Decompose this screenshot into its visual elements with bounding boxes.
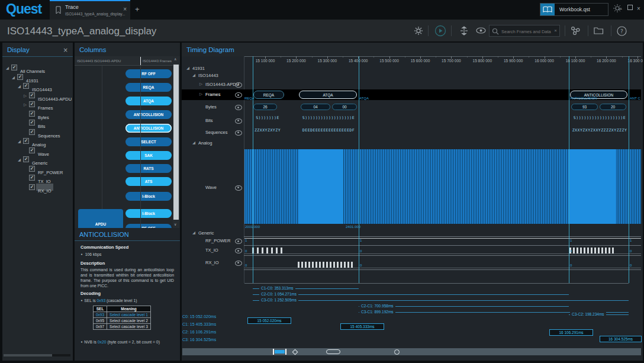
collapsed-arrow-icon[interactable]: ▷ — [199, 92, 202, 97]
column-pill-select[interactable]: SELECT — [125, 137, 172, 146]
channel-iso14443[interactable]: ◢ISO14443 — [182, 72, 244, 79]
column-pill-rf-off[interactable]: RF OFF — [125, 224, 172, 228]
cursor-value-box-c0[interactable]: 15 052.020ms — [247, 317, 291, 324]
minimize-button[interactable]: – — [619, 5, 622, 12]
sidebar-item-frames[interactable]: ▷✓Frames — [2, 101, 73, 109]
collapsed-arrow-icon[interactable]: ▷ — [24, 102, 27, 107]
cursor-value-box-c3[interactable]: 16 304.525ms — [600, 336, 642, 342]
byte-pill[interactable]: 20 — [600, 104, 626, 110]
channel-rx_io[interactable]: RX_IO — [182, 256, 244, 269]
column-pill-anticollision[interactable]: ANTICOLLISION — [125, 110, 172, 119]
channel-frames[interactable]: ▷Frames — [182, 89, 244, 100]
channel-bits[interactable]: Bits — [182, 114, 244, 127]
visibility-eye-icon[interactable] — [235, 185, 242, 191]
display-panel-close-icon[interactable]: × — [63, 47, 68, 53]
sidebar-item-wave[interactable]: ✓Wave — [2, 147, 73, 155]
checkbox[interactable]: ✓ — [29, 184, 35, 190]
visibility-eye-icon[interactable] — [235, 130, 242, 136]
byte-pill[interactable]: 26 — [253, 104, 277, 110]
frame-pill-reqa[interactable]: REQA — [253, 91, 284, 99]
collapsed-arrow-icon[interactable]: ▷ — [199, 82, 202, 86]
cursor-line-c3[interactable] — [629, 56, 629, 283]
channel-iso14443-apdu[interactable]: ▷ISO14443-APDU — [182, 79, 244, 89]
expanded-arrow-icon[interactable]: ◢ — [18, 84, 21, 89]
channel-41931[interactable]: ◢41931 — [182, 65, 244, 72]
checkbox[interactable]: ✓ — [29, 101, 35, 107]
expanded-arrow-icon[interactable]: ◢ — [186, 66, 189, 70]
table-row[interactable]: 0x95Select cascade level 2 — [94, 318, 151, 324]
checkbox[interactable]: ✓ — [29, 129, 35, 135]
display-hscrollbar[interactable] — [4, 354, 70, 356]
cursor-value-box-c1[interactable]: 15 405.333ms — [340, 323, 384, 330]
visibility-eye-icon[interactable] — [235, 92, 242, 98]
search-input[interactable] — [500, 26, 553, 37]
column-splitter[interactable] — [140, 57, 141, 65]
column-pill-anticollision-response[interactable]: ANTICOLLISION Response — [125, 124, 172, 133]
channel-sequences[interactable]: Sequences — [182, 127, 244, 138]
visibility-eye-icon[interactable] — [235, 82, 242, 88]
expanded-arrow-icon[interactable]: ◢ — [192, 73, 195, 78]
timeline-overview-bar[interactable] — [182, 348, 641, 355]
cursor-line-c1[interactable] — [359, 56, 359, 283]
sidebar-item-iso14443-apdu[interactable]: ▷✓ISO14443-APDU — [2, 92, 73, 100]
table-row[interactable]: 0x97Select cascade level 3 — [94, 324, 151, 330]
checkbox[interactable]: ✓ — [29, 111, 35, 117]
folder-icon[interactable] — [594, 26, 603, 36]
visibility-eye-icon[interactable] — [235, 239, 242, 244]
viewport-handle-left[interactable] — [273, 349, 274, 355]
sidebar-item-tx_io[interactable]: ✓TX_IO — [2, 174, 73, 182]
sidebar-item-analog[interactable]: ◢✓Analog — [2, 137, 73, 146]
sidebar-item-generic[interactable]: ◢✓Generic — [2, 156, 73, 164]
viewport-handle-right[interactable] — [285, 349, 286, 355]
checkbox[interactable]: ✓ — [17, 74, 23, 80]
columns-vscrollbar[interactable]: ∧ ∨ — [173, 56, 179, 228]
marker-diamond-icon[interactable] — [292, 349, 298, 355]
frame-pill-atqa[interactable]: ATQA — [299, 91, 357, 99]
checkbox[interactable]: ✓ — [29, 166, 35, 172]
expanded-arrow-icon[interactable]: ◢ — [192, 230, 195, 235]
sidebar-item-all channels[interactable]: ◢✓All Channels — [2, 64, 73, 72]
tab-trace[interactable]: Trace ISO14443_typeA_analog_display... × — [50, 0, 130, 20]
byte-pill[interactable]: 00 — [332, 104, 357, 110]
cursor-value-box-c2[interactable]: 16 106.291ms — [549, 329, 593, 336]
checkbox[interactable]: ✓ — [29, 175, 35, 181]
checkbox[interactable]: ✓ — [29, 92, 35, 98]
column-pill-ats[interactable]: ATS — [125, 177, 172, 186]
close-button[interactable]: × — [637, 5, 640, 12]
expanded-arrow-icon[interactable]: ◢ — [6, 66, 9, 70]
cursor-line-c2[interactable] — [569, 56, 569, 283]
channel-tx_io[interactable]: TX_IO — [182, 246, 244, 255]
channel-analog[interactable]: ◢Analog — [182, 140, 244, 146]
sidebar-item-bits[interactable]: ✓Bits — [2, 119, 73, 127]
channel-bytes[interactable]: Bytes — [182, 102, 244, 113]
column-pill-rf-off[interactable]: RF OFF — [125, 69, 172, 78]
protocol-flow-icon[interactable] — [571, 26, 580, 36]
sidebar-item-rf_power[interactable]: ✓RF_POWER — [2, 165, 73, 174]
help-icon[interactable]: ? — [617, 26, 626, 36]
marker-pill-icon[interactable] — [326, 349, 340, 354]
sidebar-item-rx_io[interactable]: ✓RX_IO — [2, 184, 73, 192]
checkbox[interactable]: ✓ — [23, 83, 29, 89]
channel-rf_power[interactable]: RF_POWER — [182, 237, 244, 245]
search-box[interactable]: × — [489, 25, 560, 37]
column-pill-apdu[interactable]: APDU — [78, 209, 123, 228]
channel-generic[interactable]: ◢Generic — [182, 230, 244, 236]
checkbox[interactable]: ✓ — [23, 156, 29, 162]
visibility-eye-icon[interactable] — [235, 261, 242, 266]
scroll-up-icon[interactable]: ∧ — [174, 57, 176, 61]
sidebar-item-bytes[interactable]: ✓Bytes — [2, 110, 73, 118]
sidebar-item-sequences[interactable]: ✓Sequences — [2, 129, 73, 137]
settings-gear-icon[interactable] — [414, 26, 423, 36]
eye-icon[interactable] — [476, 27, 485, 37]
visibility-eye-icon[interactable] — [235, 118, 242, 124]
column-pill-reqa[interactable]: REQA — [125, 83, 172, 92]
tab-close-icon[interactable]: × — [123, 6, 127, 12]
column-pill-rats[interactable]: RATS — [125, 164, 172, 173]
table-row[interactable]: 0x93Select cascade level 1 — [94, 312, 151, 318]
marker-circle-icon[interactable] — [394, 349, 400, 355]
column-pill-atqa[interactable]: ATQA — [125, 97, 172, 105]
checkbox[interactable]: ✓ — [29, 120, 35, 126]
column-pill-sak[interactable]: SAK — [125, 151, 172, 160]
play-button[interactable] — [434, 25, 446, 37]
scrollbar-thumb[interactable] — [173, 65, 179, 220]
